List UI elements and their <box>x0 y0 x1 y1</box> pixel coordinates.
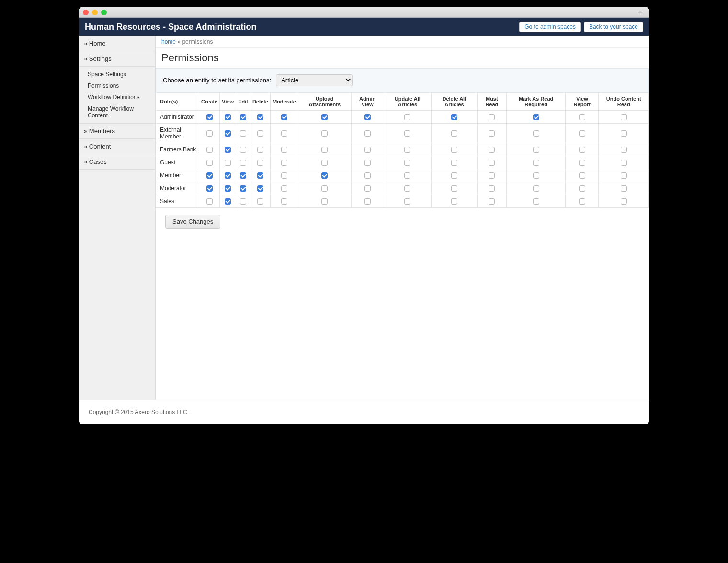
permission-checkbox[interactable] <box>321 198 328 205</box>
permission-checkbox[interactable] <box>206 172 213 179</box>
permission-checkbox[interactable] <box>225 114 231 120</box>
permission-checkbox[interactable] <box>206 160 213 166</box>
permission-checkbox[interactable] <box>489 185 495 192</box>
permission-checkbox[interactable] <box>579 147 585 153</box>
permission-checkbox[interactable] <box>364 172 371 179</box>
permission-checkbox[interactable] <box>404 172 410 179</box>
save-changes-button[interactable]: Save Changes <box>165 215 220 229</box>
permission-checkbox[interactable] <box>579 198 585 205</box>
permission-checkbox[interactable] <box>404 130 410 137</box>
permission-checkbox[interactable] <box>240 185 246 192</box>
minimize-icon[interactable] <box>92 10 98 15</box>
permission-checkbox[interactable] <box>489 172 495 179</box>
permission-checkbox[interactable] <box>240 160 246 166</box>
permission-checkbox[interactable] <box>404 147 410 153</box>
permission-checkbox[interactable] <box>579 114 585 120</box>
permission-checkbox[interactable] <box>240 147 246 153</box>
permission-checkbox[interactable] <box>451 185 457 192</box>
permission-checkbox[interactable] <box>533 185 539 192</box>
permission-checkbox[interactable] <box>364 185 371 192</box>
new-tab-button[interactable]: + <box>635 8 645 17</box>
permission-checkbox[interactable] <box>621 185 627 192</box>
permission-checkbox[interactable] <box>225 130 231 137</box>
sidebar-item-settings[interactable]: » Settings <box>79 51 155 67</box>
permission-checkbox[interactable] <box>364 198 371 205</box>
permission-checkbox[interactable] <box>621 130 627 137</box>
permission-checkbox[interactable] <box>257 198 263 205</box>
permission-checkbox[interactable] <box>206 185 213 192</box>
permission-checkbox[interactable] <box>281 114 287 120</box>
permission-checkbox[interactable] <box>404 160 410 166</box>
permission-checkbox[interactable] <box>321 172 328 179</box>
permission-checkbox[interactable] <box>257 114 263 120</box>
permission-checkbox[interactable] <box>321 130 328 137</box>
close-icon[interactable] <box>83 10 89 15</box>
sidebar-item-cases[interactable]: » Cases <box>79 154 155 170</box>
permission-checkbox[interactable] <box>281 130 287 137</box>
permission-checkbox[interactable] <box>206 114 213 120</box>
permission-checkbox[interactable] <box>404 114 410 120</box>
sidebar-item-members[interactable]: » Members <box>79 124 155 139</box>
permission-checkbox[interactable] <box>364 114 371 120</box>
permission-checkbox[interactable] <box>321 185 328 192</box>
permission-checkbox[interactable] <box>489 147 495 153</box>
permission-checkbox[interactable] <box>206 147 213 153</box>
permission-checkbox[interactable] <box>489 160 495 166</box>
permission-checkbox[interactable] <box>321 114 328 120</box>
permission-checkbox[interactable] <box>257 130 263 137</box>
entity-select[interactable]: Article <box>276 74 353 86</box>
permission-checkbox[interactable] <box>621 114 627 120</box>
permission-checkbox[interactable] <box>257 185 263 192</box>
permission-checkbox[interactable] <box>257 160 263 166</box>
permission-checkbox[interactable] <box>533 172 539 179</box>
permission-checkbox[interactable] <box>489 130 495 137</box>
permission-checkbox[interactable] <box>533 147 539 153</box>
permission-checkbox[interactable] <box>451 160 457 166</box>
sidebar-sub-workflow-definitions[interactable]: Workflow Definitions <box>79 92 155 103</box>
sidebar-item-home[interactable]: » Home <box>79 36 155 51</box>
permission-checkbox[interactable] <box>451 172 457 179</box>
breadcrumb-home[interactable]: home <box>161 38 176 45</box>
go-to-admin-spaces-button[interactable]: Go to admin spaces <box>519 22 581 32</box>
permission-checkbox[interactable] <box>321 160 328 166</box>
permission-checkbox[interactable] <box>206 198 213 205</box>
sidebar-sub-space-settings[interactable]: Space Settings <box>79 69 155 80</box>
permission-checkbox[interactable] <box>240 114 246 120</box>
sidebar-sub-manage-workflow-content[interactable]: Manage Workflow Content <box>79 103 155 121</box>
permission-checkbox[interactable] <box>240 198 246 205</box>
permission-checkbox[interactable] <box>451 130 457 137</box>
permission-checkbox[interactable] <box>281 172 287 179</box>
permission-checkbox[interactable] <box>489 198 495 205</box>
permission-checkbox[interactable] <box>451 114 457 120</box>
permission-checkbox[interactable] <box>489 114 495 120</box>
permission-checkbox[interactable] <box>579 130 585 137</box>
sidebar-sub-permissions[interactable]: Permissions <box>79 80 155 92</box>
permission-checkbox[interactable] <box>404 198 410 205</box>
permission-checkbox[interactable] <box>240 130 246 137</box>
permission-checkbox[interactable] <box>225 172 231 179</box>
permission-checkbox[interactable] <box>281 185 287 192</box>
permission-checkbox[interactable] <box>281 198 287 205</box>
permission-checkbox[interactable] <box>621 172 627 179</box>
maximize-icon[interactable] <box>101 10 107 15</box>
permission-checkbox[interactable] <box>364 147 371 153</box>
permission-checkbox[interactable] <box>281 147 287 153</box>
permission-checkbox[interactable] <box>257 172 263 179</box>
permission-checkbox[interactable] <box>451 198 457 205</box>
permission-checkbox[interactable] <box>225 147 231 153</box>
permission-checkbox[interactable] <box>579 172 585 179</box>
permission-checkbox[interactable] <box>225 185 231 192</box>
permission-checkbox[interactable] <box>621 147 627 153</box>
permission-checkbox[interactable] <box>579 185 585 192</box>
permission-checkbox[interactable] <box>225 198 231 205</box>
sidebar-item-content[interactable]: » Content <box>79 139 155 154</box>
permission-checkbox[interactable] <box>579 160 585 166</box>
permission-checkbox[interactable] <box>533 160 539 166</box>
back-to-your-space-button[interactable]: Back to your space <box>584 22 643 32</box>
permission-checkbox[interactable] <box>364 130 371 137</box>
permission-checkbox[interactable] <box>206 130 213 137</box>
permission-checkbox[interactable] <box>321 147 328 153</box>
permission-checkbox[interactable] <box>621 160 627 166</box>
permission-checkbox[interactable] <box>533 114 539 120</box>
permission-checkbox[interactable] <box>240 172 246 179</box>
